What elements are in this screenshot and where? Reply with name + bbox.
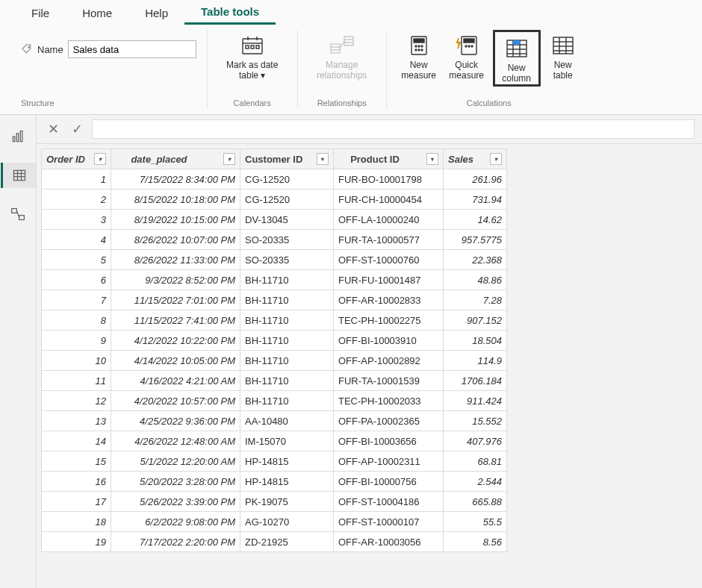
header-sales[interactable]: Sales▾ — [444, 149, 507, 169]
new-table-button[interactable]: New table — [545, 30, 581, 81]
cell-date-placed[interactable]: 6/2/2022 9:08:00 PM — [111, 512, 240, 532]
cell-sales[interactable]: 48.86 — [444, 270, 507, 290]
cell-sales[interactable]: 114.9 — [444, 351, 507, 371]
cell-date-placed[interactable]: 8/19/2022 10:15:00 PM — [111, 210, 240, 230]
cell-sales[interactable]: 15.552 — [444, 411, 507, 431]
cell-sales[interactable]: 957.5775 — [444, 230, 507, 250]
cell-sales[interactable]: 18.504 — [444, 331, 507, 351]
menu-home[interactable]: Home — [66, 2, 128, 24]
cell-date-placed[interactable]: 4/14/2022 10:05:00 PM — [111, 351, 240, 371]
cell-customer-id[interactable]: ZD-21925 — [240, 532, 334, 552]
cell-sales[interactable]: 22.368 — [444, 250, 507, 270]
cell-date-placed[interactable]: 8/26/2022 11:33:00 PM — [111, 250, 240, 270]
cell-customer-id[interactable]: CG-12520 — [240, 169, 334, 190]
cell-order-id[interactable]: 13 — [42, 411, 111, 431]
cell-sales[interactable]: 665.88 — [444, 492, 507, 512]
cell-order-id[interactable]: 8 — [42, 310, 111, 331]
data-view-button[interactable] — [1, 163, 36, 188]
cell-product-id[interactable]: OFF-ST-10000107 — [334, 512, 444, 532]
cell-product-id[interactable]: OFF-BI-10003656 — [334, 431, 444, 451]
model-view-button[interactable] — [1, 201, 34, 227]
table-row[interactable]: 94/12/2022 10:22:00 PMBH-11710OFF-BI-100… — [42, 331, 507, 351]
cell-customer-id[interactable]: BH-11710 — [240, 290, 334, 310]
cell-date-placed[interactable]: 5/26/2022 3:39:00 PM — [111, 492, 240, 512]
report-view-button[interactable] — [1, 124, 34, 149]
header-order-id[interactable]: Order ID▾ — [42, 149, 111, 169]
table-row[interactable]: 711/15/2022 7:01:00 PMBH-11710OFF-AR-100… — [42, 290, 507, 310]
cell-order-id[interactable]: 11 — [42, 371, 111, 391]
cell-order-id[interactable]: 10 — [42, 351, 111, 371]
table-row[interactable]: 17/15/2022 8:34:00 PMCG-12520FUR-BO-1000… — [42, 169, 507, 190]
table-row[interactable]: 155/1/2022 12:20:00 AMHP-14815OFF-AP-100… — [42, 451, 507, 472]
cell-sales[interactable]: 7.28 — [444, 290, 507, 310]
formula-input[interactable] — [92, 119, 695, 139]
table-row[interactable]: 28/15/2022 10:18:00 PMCG-12520FUR-CH-100… — [42, 190, 507, 210]
cell-customer-id[interactable]: BH-11710 — [240, 351, 334, 371]
cell-order-id[interactable]: 19 — [42, 532, 111, 552]
cell-product-id[interactable]: OFF-ST-10004186 — [334, 492, 444, 512]
cell-product-id[interactable]: OFF-BI-10000756 — [334, 472, 444, 492]
cell-customer-id[interactable]: HP-14815 — [240, 472, 334, 492]
menu-table-tools[interactable]: Table tools — [184, 1, 276, 25]
cell-product-id[interactable]: FUR-BO-10001798 — [334, 169, 444, 190]
cell-order-id[interactable]: 17 — [42, 492, 111, 512]
table-row[interactable]: 114/16/2022 4:21:00 AMBH-11710FUR-TA-100… — [42, 371, 507, 391]
filter-product-id[interactable]: ▾ — [426, 153, 438, 165]
cell-product-id[interactable]: TEC-PH-10002275 — [334, 310, 444, 331]
cell-date-placed[interactable]: 4/12/2022 10:22:00 PM — [111, 331, 240, 351]
cell-sales[interactable]: 2.544 — [444, 472, 507, 492]
table-row[interactable]: 58/26/2022 11:33:00 PMSO-20335OFF-ST-100… — [42, 250, 507, 270]
table-row[interactable]: 104/14/2022 10:05:00 PMBH-11710OFF-AP-10… — [42, 351, 507, 371]
cell-customer-id[interactable]: BH-11710 — [240, 270, 334, 290]
cell-sales[interactable]: 14.62 — [444, 210, 507, 230]
cell-customer-id[interactable]: CG-12520 — [240, 190, 334, 210]
cell-customer-id[interactable]: DV-13045 — [240, 210, 334, 230]
menu-help[interactable]: Help — [128, 2, 184, 24]
cell-date-placed[interactable]: 4/26/2022 12:48:00 AM — [111, 431, 240, 451]
cell-order-id[interactable]: 9 — [42, 331, 111, 351]
cell-date-placed[interactable]: 7/17/2022 2:20:00 PM — [111, 532, 240, 552]
cell-customer-id[interactable]: SO-20335 — [240, 230, 334, 250]
cell-sales[interactable]: 731.94 — [444, 190, 507, 210]
new-measure-button[interactable]: New measure — [397, 30, 441, 81]
cell-product-id[interactable]: OFF-BI-10003910 — [334, 331, 444, 351]
table-row[interactable]: 134/25/2022 9:36:00 PMAA-10480OFF-PA-100… — [42, 411, 507, 431]
cell-product-id[interactable]: OFF-LA-10000240 — [334, 210, 444, 230]
cell-sales[interactable]: 261.96 — [444, 169, 507, 190]
header-product-id[interactable]: Product ID▾ — [334, 149, 444, 169]
cell-customer-id[interactable]: PK-19075 — [240, 492, 334, 512]
cell-date-placed[interactable]: 4/25/2022 9:36:00 PM — [111, 411, 240, 431]
cell-date-placed[interactable]: 4/16/2022 4:21:00 AM — [111, 371, 240, 391]
table-row[interactable]: 144/26/2022 12:48:00 AMIM-15070OFF-BI-10… — [42, 431, 507, 451]
table-row[interactable]: 38/19/2022 10:15:00 PMDV-13045OFF-LA-100… — [42, 210, 507, 230]
cell-product-id[interactable]: OFF-ST-10000760 — [334, 250, 444, 270]
cell-order-id[interactable]: 6 — [42, 270, 111, 290]
cell-date-placed[interactable]: 9/3/2022 8:52:00 PM — [111, 270, 240, 290]
table-row[interactable]: 165/20/2022 3:28:00 PMHP-14815OFF-BI-100… — [42, 472, 507, 492]
table-row[interactable]: 186/2/2022 9:08:00 PMAG-10270OFF-ST-1000… — [42, 512, 507, 532]
cell-customer-id[interactable]: AA-10480 — [240, 411, 334, 431]
cell-date-placed[interactable]: 4/20/2022 10:57:00 PM — [111, 391, 240, 411]
cell-order-id[interactable]: 2 — [42, 190, 111, 210]
cell-sales[interactable]: 407.976 — [444, 431, 507, 451]
table-row[interactable]: 48/26/2022 10:07:00 PMSO-20335FUR-TA-100… — [42, 230, 507, 250]
cell-date-placed[interactable]: 11/15/2022 7:01:00 PM — [111, 290, 240, 310]
cell-product-id[interactable]: OFF-PA-10002365 — [334, 411, 444, 431]
quick-measure-button[interactable]: Quick measure — [445, 30, 488, 81]
menu-file[interactable]: File — [15, 2, 66, 24]
cell-customer-id[interactable]: HP-14815 — [240, 451, 334, 472]
cell-product-id[interactable]: OFF-AP-10002311 — [334, 451, 444, 472]
header-customer-id[interactable]: Customer ID▾ — [240, 149, 334, 169]
cell-sales[interactable]: 1706.184 — [444, 371, 507, 391]
table-row[interactable]: 175/26/2022 3:39:00 PMPK-19075OFF-ST-100… — [42, 492, 507, 512]
cell-product-id[interactable]: TEC-PH-10002033 — [334, 391, 444, 411]
cell-product-id[interactable]: OFF-AR-10002833 — [334, 290, 444, 310]
table-row[interactable]: 69/3/2022 8:52:00 PMBH-11710FUR-FU-10001… — [42, 270, 507, 290]
table-row[interactable]: 811/15/2022 7:41:00 PMBH-11710TEC-PH-100… — [42, 310, 507, 331]
table-name-input[interactable] — [68, 40, 196, 58]
cell-customer-id[interactable]: BH-11710 — [240, 391, 334, 411]
cell-sales[interactable]: 907.152 — [444, 310, 507, 331]
filter-customer-id[interactable]: ▾ — [317, 153, 329, 165]
cell-customer-id[interactable]: AG-10270 — [240, 512, 334, 532]
header-date-placed[interactable]: date_placed▾ — [111, 149, 240, 169]
